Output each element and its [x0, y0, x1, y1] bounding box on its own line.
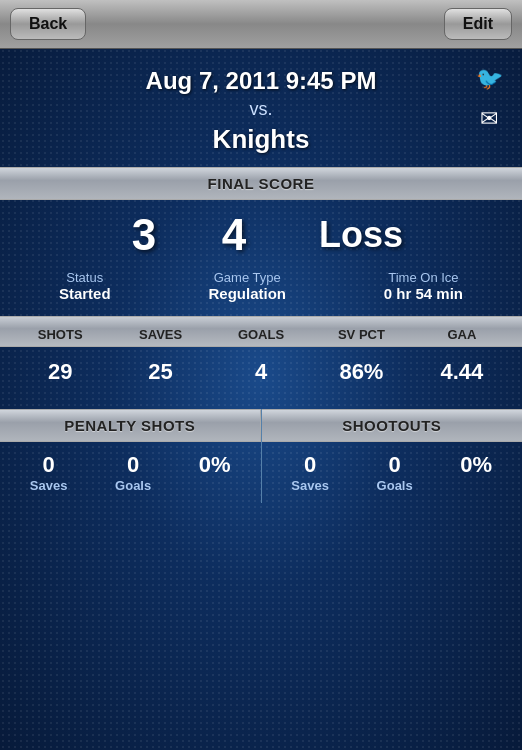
opponent-name: Knights [60, 124, 462, 155]
date-time: Aug 7, 2011 9:45 PM [60, 67, 462, 95]
saves-label: SAVES [110, 327, 210, 342]
status-info: Status Started [59, 270, 111, 302]
nav-bar: Back Edit [0, 0, 522, 49]
score-away: 4 [209, 210, 259, 260]
game-type-value: Regulation [208, 285, 286, 302]
goals-col: GOALS [211, 327, 311, 342]
email-icon[interactable]: ✉ [470, 103, 508, 135]
saves-value-col: 25 [110, 355, 210, 395]
penalty-shootout-section: PENALTY SHOTS 0 Saves 0 Goals 0% SHOOTOU… [0, 409, 522, 503]
shootout-goals-value: 0 [377, 452, 413, 478]
shootout-saves: 0 Saves [291, 452, 329, 493]
gaa-value: 4.44 [412, 355, 512, 395]
shootout-pct-value: 0% [460, 452, 492, 478]
penalty-pct-value: 0% [199, 452, 231, 478]
shots-col: SHOTS [10, 327, 110, 342]
stats-values-row: 29 25 4 86% 4.44 [0, 347, 522, 409]
penalty-goals-value: 0 [115, 452, 151, 478]
vs-label: vs. [60, 99, 462, 120]
game-result: Loss [319, 214, 403, 256]
header: Aug 7, 2011 9:45 PM vs. Knights 🐦 ✉ [0, 49, 522, 167]
score-home: 3 [119, 210, 169, 260]
shots-value: 29 [10, 355, 110, 395]
shootouts-header: SHOOTOUTS [262, 409, 523, 442]
penalty-saves: 0 Saves [30, 452, 68, 493]
status-label: Status [59, 270, 111, 285]
penalty-saves-label: Saves [30, 478, 68, 493]
saves-value: 25 [110, 355, 210, 395]
score-row: 3 4 Loss [0, 200, 522, 264]
sv-pct-label: SV PCT [311, 327, 411, 342]
gaa-label: GAA [412, 327, 512, 342]
sv-pct-value: 86% [311, 355, 411, 395]
game-type-info: Game Type Regulation [208, 270, 286, 302]
twitter-icon[interactable]: 🐦 [470, 63, 508, 95]
penalty-goals-label: Goals [115, 478, 151, 493]
stats-labels-row: SHOTS SAVES GOALS SV PCT GAA [0, 317, 522, 346]
time-on-ice-info: Time On Ice 0 hr 54 min [384, 270, 463, 302]
goals-value-col: 4 [211, 355, 311, 395]
penalty-shots-section: PENALTY SHOTS 0 Saves 0 Goals 0% [0, 409, 261, 503]
gaa-col: GAA [412, 327, 512, 342]
shootout-saves-label: Saves [291, 478, 329, 493]
penalty-shots-header: PENALTY SHOTS [0, 409, 261, 442]
shootout-goals-label: Goals [377, 478, 413, 493]
gaa-value-col: 4.44 [412, 355, 512, 395]
goals-label: GOALS [211, 327, 311, 342]
final-score-header: FINAL SCORE [0, 167, 522, 200]
time-on-ice-label: Time On Ice [384, 270, 463, 285]
back-button[interactable]: Back [10, 8, 86, 40]
time-on-ice-value: 0 hr 54 min [384, 285, 463, 302]
penalty-pct: 0% [199, 452, 231, 493]
sv-pct-col: SV PCT [311, 327, 411, 342]
edit-button[interactable]: Edit [444, 8, 512, 40]
shootout-saves-value: 0 [291, 452, 329, 478]
sv-pct-value-col: 86% [311, 355, 411, 395]
social-icons: 🐦 ✉ [470, 63, 508, 135]
game-info-row: Status Started Game Type Regulation Time… [0, 264, 522, 316]
goals-value: 4 [211, 355, 311, 395]
status-value: Started [59, 285, 111, 302]
shootout-goals: 0 Goals [377, 452, 413, 493]
penalty-goals: 0 Goals [115, 452, 151, 493]
saves-col: SAVES [110, 327, 210, 342]
shootouts-values: 0 Saves 0 Goals 0% [262, 442, 523, 503]
penalty-shots-values: 0 Saves 0 Goals 0% [0, 442, 261, 503]
shots-value-col: 29 [10, 355, 110, 395]
penalty-saves-value: 0 [30, 452, 68, 478]
shootout-pct: 0% [460, 452, 492, 493]
game-type-label: Game Type [208, 270, 286, 285]
shootouts-section: SHOOTOUTS 0 Saves 0 Goals 0% [262, 409, 523, 503]
shots-label: SHOTS [10, 327, 110, 342]
